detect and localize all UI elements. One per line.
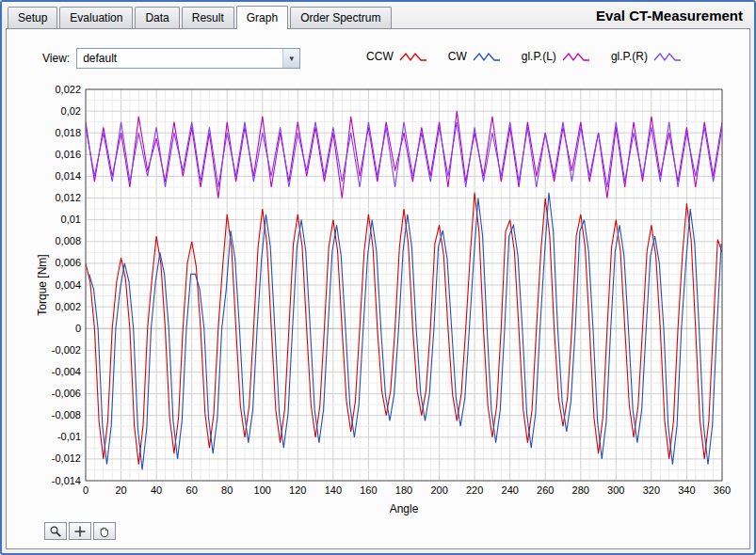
svg-text:120: 120 — [289, 484, 306, 496]
tab-setup[interactable]: Setup — [8, 7, 57, 28]
view-label: View: — [42, 52, 70, 65]
svg-text:-0,002: -0,002 — [52, 344, 81, 356]
window-title: Eval CT-Measurement — [596, 8, 743, 24]
graph-tool-palette — [44, 522, 116, 540]
zoom-tool-button[interactable] — [44, 522, 67, 540]
tab-page-graph: View: default ▼ CCW CW gl.P.(L) gl.P.(R) — [6, 28, 750, 549]
tab-evaluation[interactable]: Evaluation — [59, 7, 133, 28]
svg-text:0,006: 0,006 — [55, 257, 81, 268]
svg-text:140: 140 — [325, 484, 342, 496]
pan-tool-button[interactable] — [93, 522, 116, 540]
tab-data[interactable]: Data — [135, 7, 179, 28]
svg-text:280: 280 — [572, 484, 589, 496]
svg-text:Angle: Angle — [390, 502, 419, 515]
svg-text:0: 0 — [75, 323, 81, 334]
chevron-down-icon[interactable]: ▼ — [282, 49, 299, 68]
svg-text:200: 200 — [430, 484, 447, 496]
svg-text:240: 240 — [502, 484, 519, 496]
svg-text:300: 300 — [607, 484, 624, 496]
legend-line-sample-ccw — [399, 51, 427, 62]
svg-text:0,01: 0,01 — [61, 214, 81, 225]
svg-text:360: 360 — [714, 484, 731, 496]
svg-text:80: 80 — [221, 484, 233, 496]
svg-text:-0,014: -0,014 — [52, 475, 81, 486]
svg-text:Torque [Nm]: Torque [Nm] — [36, 254, 49, 315]
view-dropdown-value: default — [77, 52, 282, 65]
svg-text:0,018: 0,018 — [55, 127, 81, 138]
svg-text:-0,008: -0,008 — [52, 409, 81, 420]
legend-item-glpr[interactable]: gl.P.(R) — [611, 50, 682, 63]
hand-icon — [98, 525, 111, 538]
legend-item-cw[interactable]: CW — [448, 50, 501, 63]
legend-label-glpl: gl.P.(L) — [522, 50, 556, 63]
tab-graph[interactable]: Graph — [236, 6, 288, 29]
svg-text:180: 180 — [395, 484, 412, 496]
cursor-tool-button[interactable] — [69, 522, 91, 540]
svg-text:-0,012: -0,012 — [52, 452, 81, 464]
torque-angle-chart[interactable]: 0,0220,020,0180,0160,0140,0120,010,0080,… — [31, 82, 732, 520]
svg-text:340: 340 — [678, 484, 695, 496]
svg-text:0,016: 0,016 — [55, 149, 81, 160]
svg-text:0,012: 0,012 — [55, 192, 81, 203]
magnifier-icon — [49, 525, 62, 538]
legend-label-glpr: gl.P.(R) — [611, 50, 648, 63]
legend-label-cw: CW — [448, 50, 467, 63]
svg-text:0,014: 0,014 — [55, 170, 81, 182]
view-control-row: View: default ▼ — [42, 48, 300, 69]
app-window: Setup Evaluation Data Result Graph Order… — [0, 0, 756, 555]
svg-text:0,02: 0,02 — [61, 105, 81, 117]
svg-text:320: 320 — [643, 484, 660, 496]
svg-text:0,002: 0,002 — [55, 301, 81, 312]
svg-text:-0,004: -0,004 — [52, 366, 81, 377]
svg-text:0,022: 0,022 — [55, 84, 81, 95]
legend-line-sample-cw — [473, 51, 501, 62]
svg-text:40: 40 — [151, 484, 162, 496]
svg-text:-0,006: -0,006 — [52, 388, 81, 399]
tab-order-spectrum[interactable]: Order Spectrum — [290, 7, 391, 28]
legend-item-ccw[interactable]: CCW — [366, 50, 427, 63]
tab-result[interactable]: Result — [182, 7, 234, 28]
svg-text:160: 160 — [360, 484, 377, 496]
legend-line-sample-glpr — [653, 51, 682, 62]
legend-item-glpl[interactable]: gl.P.(L) — [522, 50, 590, 63]
svg-text:0,008: 0,008 — [55, 235, 81, 246]
svg-text:20: 20 — [115, 484, 126, 496]
svg-text:0: 0 — [83, 484, 88, 496]
svg-text:100: 100 — [254, 484, 271, 496]
legend-label-ccw: CCW — [366, 50, 394, 63]
svg-text:60: 60 — [186, 484, 198, 496]
svg-text:0,004: 0,004 — [55, 279, 81, 291]
legend-line-sample-glpl — [562, 51, 590, 62]
legend: CCW CW gl.P.(L) gl.P.(R) — [366, 50, 682, 63]
svg-text:-0,01: -0,01 — [57, 431, 81, 442]
svg-text:260: 260 — [537, 484, 554, 496]
svg-text:220: 220 — [466, 484, 483, 496]
crosshair-icon — [73, 525, 87, 538]
view-dropdown[interactable]: default ▼ — [76, 48, 300, 69]
